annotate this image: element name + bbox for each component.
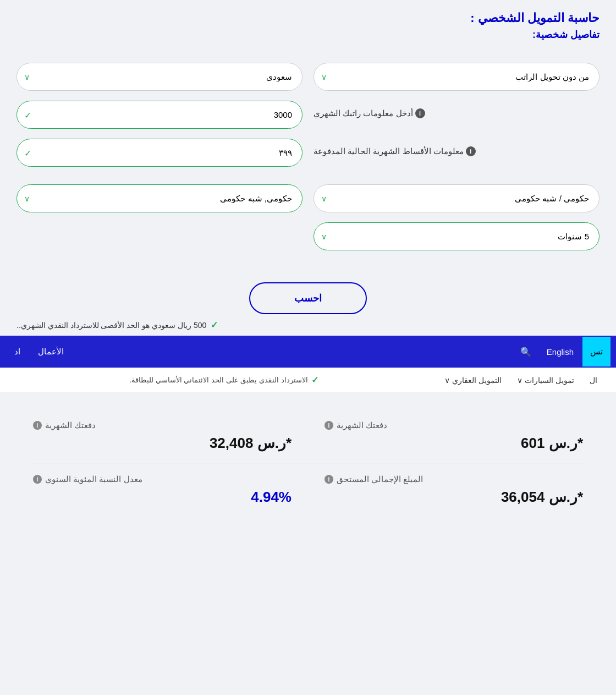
- nationality-field-wrapper: سعودي ∨: [16, 63, 302, 91]
- form-row-5: 5 سنوات ∨: [16, 222, 600, 250]
- employer-right-field-wrapper: حكومي / شبه حكومي ∨: [314, 184, 600, 212]
- secondary-nav-info-message: ✓ الاسترداد النقدي يطبق على الحد الائتما…: [11, 375, 437, 385]
- monthly-salary-label-wrapper: i أدخل معلومات راتبك الشهري: [314, 108, 600, 122]
- employer-right-input-wrapper: حكومي / شبه حكومي ∨: [314, 184, 600, 212]
- duration-field-wrapper: 5 سنوات ∨: [314, 222, 600, 250]
- result-card-3: المبلغ الإجمالي المستحق i ر.س 36,054*: [308, 463, 600, 517]
- nationality-input-wrapper: سعودي ∨: [16, 63, 302, 91]
- calculate-button-row: احسب: [0, 282, 616, 314]
- result-label-1: دفعتك الشهرية i: [324, 420, 583, 430]
- secondary-nav-realestate[interactable]: التمويل العقاري ∨: [437, 368, 509, 392]
- monthly-salary-field-wrapper: ✓: [16, 101, 302, 129]
- employer-left-input-wrapper: حكومي, شبه حكومي ∨: [16, 184, 302, 212]
- employer-left-select[interactable]: حكومي, شبه حكومي: [16, 184, 302, 212]
- nav-tab-cyan[interactable]: تس: [582, 337, 610, 366]
- form-section: سعودي ∨ من دون تحويل الراتب ∨ ✓: [0, 57, 616, 271]
- monthly-salary-input-wrapper: ✓: [16, 101, 302, 129]
- salary-transfer-select[interactable]: من دون تحويل الراتب: [314, 63, 600, 91]
- result-label-3: المبلغ الإجمالي المستحق i: [324, 474, 583, 484]
- nav-bar: تس English 🔍 الأعمال اد: [0, 336, 616, 368]
- result-card-2: دفعتك الشهرية i ر.س 32,408*: [16, 409, 308, 463]
- form-row-4: حكومي, شبه حكومي ∨ حكومي / شبه حكومي ∨: [16, 184, 600, 212]
- duration-select[interactable]: 5 سنوات: [314, 222, 600, 250]
- form-row-2: ✓ i أدخل معلومات راتبك الشهري: [16, 101, 600, 129]
- page-title: حاسبة التمويل الشخصي :: [16, 11, 600, 25]
- result-info-icon-4[interactable]: i: [33, 475, 42, 484]
- monthly-installments-info-icon[interactable]: i: [466, 146, 476, 156]
- section-subtitle: تفاصيل شخصية:: [16, 29, 600, 41]
- nav-amal-tab[interactable]: الأعمال: [29, 337, 73, 366]
- info-messages: ✓ 500 ريال سعودي هو الحد الأقصى للاستردا…: [0, 320, 616, 330]
- result-info-icon-2[interactable]: i: [33, 421, 42, 430]
- duration-input-wrapper: 5 سنوات ∨: [314, 222, 600, 250]
- top-section: حاسبة التمويل الشخصي : تفاصيل شخصية:: [0, 0, 616, 57]
- monthly-installments-field-wrapper: ✓: [16, 139, 302, 167]
- monthly-installments-input[interactable]: [16, 139, 302, 167]
- result-label-4: معدل النسبة المئوية السنوي i: [33, 474, 292, 484]
- result-value-2: ر.س 32,408*: [33, 435, 292, 452]
- form-row-3: ✓ i معلومات الأقساط الشهرية الحالية المد…: [16, 139, 600, 167]
- nav-english-tab[interactable]: English: [538, 337, 582, 366]
- salary-transfer-input-wrapper: من دون تحويل الراتب ∨: [314, 63, 600, 91]
- result-value-4: 4.94%: [33, 489, 292, 506]
- results-section: دفعتك الشهرية i ر.س 601* دفعتك الشهرية i…: [0, 393, 616, 528]
- result-value-1: ر.س 601*: [324, 435, 583, 452]
- monthly-salary-label: i أدخل معلومات راتبك الشهري: [314, 108, 425, 118]
- info-check-icon-1: ✓: [211, 320, 218, 330]
- salary-transfer-field-wrapper: من دون تحويل الراتب ∨: [314, 63, 600, 91]
- nav-right-tab[interactable]: اد: [6, 337, 29, 366]
- result-card-1: دفعتك الشهرية i ر.س 601*: [308, 409, 600, 463]
- nationality-select[interactable]: سعودي: [16, 63, 302, 91]
- secondary-nav-last[interactable]: ال: [582, 368, 605, 392]
- page-wrapper: حاسبة التمويل الشخصي : تفاصيل شخصية: سعو…: [0, 0, 616, 528]
- monthly-installments-input-wrapper: ✓: [16, 139, 302, 167]
- employer-right-select[interactable]: حكومي / شبه حكومي: [314, 184, 600, 212]
- secondary-info-check-icon: ✓: [311, 375, 318, 385]
- results-grid-2: المبلغ الإجمالي المستحق i ر.س 36,054* مع…: [16, 463, 600, 517]
- info-message-1: ✓ 500 ريال سعودي هو الحد الأقصى للاستردا…: [16, 320, 600, 330]
- result-value-3: ر.س 36,054*: [324, 489, 583, 506]
- monthly-salary-info-icon[interactable]: i: [415, 108, 425, 118]
- monthly-salary-input[interactable]: [16, 101, 302, 129]
- secondary-nav: ال تمويل السيارات ∨ التمويل العقاري ∨ ✓ …: [0, 368, 616, 393]
- result-info-icon-1[interactable]: i: [324, 421, 333, 430]
- auto-finance-chevron-icon: ∨: [517, 376, 522, 385]
- monthly-installments-label: i معلومات الأقساط الشهرية الحالية المدفو…: [314, 146, 476, 156]
- form-row-1: سعودي ∨ من دون تحويل الراتب ∨: [16, 63, 600, 91]
- employer-left-field-wrapper: حكومي, شبه حكومي ∨: [16, 184, 302, 212]
- result-card-4: معدل النسبة المئوية السنوي i 4.94%: [16, 463, 308, 517]
- real-estate-chevron-icon: ∨: [444, 376, 450, 385]
- monthly-installments-label-wrapper: i معلومات الأقساط الشهرية الحالية المدفو…: [314, 146, 600, 160]
- nav-search-icon[interactable]: 🔍: [514, 337, 538, 367]
- result-info-icon-3[interactable]: i: [324, 475, 333, 484]
- results-grid: دفعتك الشهرية i ر.س 601* دفعتك الشهرية i…: [16, 409, 600, 463]
- secondary-nav-auto[interactable]: تمويل السيارات ∨: [509, 368, 582, 392]
- result-label-2: دفعتك الشهرية i: [33, 420, 292, 430]
- calculate-button[interactable]: احسب: [249, 282, 367, 314]
